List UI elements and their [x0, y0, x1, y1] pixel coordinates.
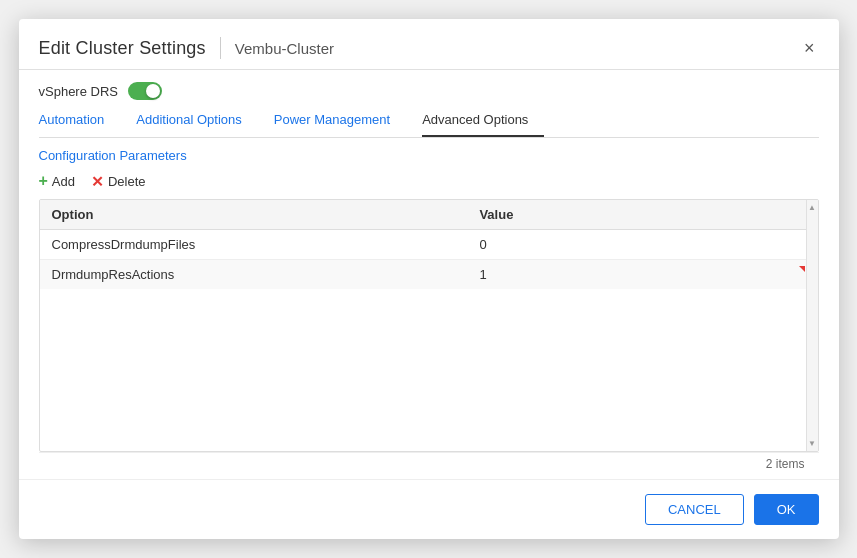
parameters-table-wrapper: Option Value CompressDrmdumpFiles0Drmdum…: [39, 199, 819, 452]
scrollbar[interactable]: ▲ ▼: [806, 200, 818, 451]
vsphere-drs-toggle[interactable]: [128, 82, 162, 100]
scroll-down-icon[interactable]: ▼: [808, 436, 816, 451]
delete-button[interactable]: ✕ Delete: [91, 172, 146, 191]
table-row[interactable]: DrmdumpResActions1: [40, 260, 818, 290]
value-cell: 1: [467, 260, 817, 290]
header-divider: [220, 37, 221, 59]
vsphere-drs-row: vSphere DRS: [39, 82, 819, 100]
plus-icon: +: [39, 173, 48, 189]
tabs-bar: Automation Additional Options Power Mana…: [39, 106, 819, 138]
section-title: Configuration Parameters: [39, 148, 819, 163]
scroll-up-icon[interactable]: ▲: [808, 200, 816, 215]
table-header-row: Option Value: [40, 200, 818, 230]
column-option: Option: [40, 200, 468, 230]
ok-button[interactable]: OK: [754, 494, 819, 525]
toolbar: + Add ✕ Delete: [39, 171, 819, 191]
option-cell: DrmdumpResActions: [40, 260, 468, 290]
dialog-subtitle: Vembu-Cluster: [235, 40, 334, 57]
delete-label: Delete: [108, 174, 146, 189]
tab-advanced-options[interactable]: Advanced Options: [422, 106, 544, 137]
vsphere-drs-label: vSphere DRS: [39, 84, 118, 99]
items-count: 2 items: [39, 452, 819, 475]
parameters-table: Option Value CompressDrmdumpFiles0Drmdum…: [40, 200, 818, 289]
value-cell: 0: [467, 230, 817, 260]
tab-additional-options[interactable]: Additional Options: [136, 106, 258, 137]
dialog-title: Edit Cluster Settings: [39, 38, 206, 59]
red-corner-indicator: [799, 266, 805, 272]
add-button[interactable]: + Add: [39, 171, 75, 191]
close-button[interactable]: ×: [800, 37, 819, 59]
cancel-button[interactable]: CANCEL: [645, 494, 744, 525]
add-label: Add: [52, 174, 75, 189]
edit-cluster-settings-dialog: Edit Cluster Settings Vembu-Cluster × vS…: [19, 19, 839, 539]
column-value: Value: [467, 200, 817, 230]
tab-automation[interactable]: Automation: [39, 106, 121, 137]
table-row[interactable]: CompressDrmdumpFiles0: [40, 230, 818, 260]
option-cell: CompressDrmdumpFiles: [40, 230, 468, 260]
x-icon: ✕: [91, 174, 104, 189]
dialog-header: Edit Cluster Settings Vembu-Cluster ×: [19, 19, 839, 70]
dialog-body: vSphere DRS Automation Additional Option…: [19, 70, 839, 475]
tab-power-management[interactable]: Power Management: [274, 106, 406, 137]
dialog-footer: CANCEL OK: [19, 479, 839, 539]
